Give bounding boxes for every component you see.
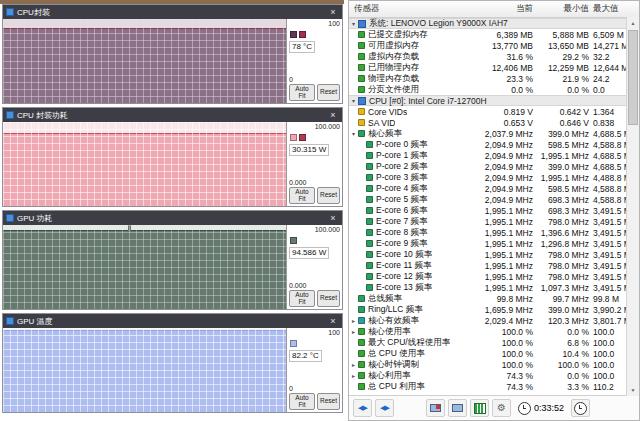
sensor-row[interactable]: E-core 10 频率1,995.1 MHz798.0 MHz3,491.5 … [349, 249, 639, 260]
expander-icon[interactable]: ▸ [349, 361, 358, 368]
value-minimum: 0.0 % [533, 371, 589, 381]
value-minimum: 5,888 MB [533, 30, 589, 40]
sensor-row[interactable]: 最大 CPU/线程使用率100.0 %6.8 %100.0 [349, 337, 639, 348]
sensor-icon [366, 174, 373, 181]
reset-button[interactable]: Reset [317, 187, 340, 204]
sensor-row[interactable]: E-core 7 频率1,995.1 MHz798.0 MHz3,491.5 M [349, 216, 639, 227]
settings-button[interactable]: ⚙ [492, 399, 511, 417]
expander-icon[interactable]: ▸ [349, 328, 358, 335]
sensor-row[interactable]: 已用物理内存12,406 MB12,259 MB12,644 M [349, 62, 639, 73]
sensor-row[interactable]: SA VID0.653 V0.646 V0.838 [349, 117, 639, 128]
sensor-row[interactable]: E-core 11 频率1,995.1 MHz798.0 MHz3,491.5 … [349, 260, 639, 271]
sensor-row[interactable]: 总 CPU 使用率100.0 %10.4 %100.0 [349, 348, 639, 359]
swap-columns-button[interactable]: ◀▶ [353, 399, 372, 417]
sensor-group-header[interactable]: ▾系统: LENOVO Legion Y9000X IAH7 [349, 18, 639, 29]
value-minimum: 0.0 % [533, 85, 589, 95]
sensor-row[interactable]: ▸核心利用率74.3 %0.0 %100.0 [349, 370, 639, 381]
sensor-icon [366, 251, 373, 258]
legend-swatches [290, 237, 340, 244]
sensor-row[interactable]: P-core 1 频率2,094.9 MHz1,995.1 MHz4,688.5… [349, 150, 639, 161]
value-minimum: 1,396.6 MHz [533, 228, 589, 238]
sensor-row[interactable]: E-core 9 频率1,995.1 MHz1,296.8 MHz3,491.5… [349, 238, 639, 249]
sensor-row[interactable]: P-core 2 频率2,094.9 MHz399.0 MHz4,688.5 M [349, 161, 639, 172]
sensor-row[interactable]: ▸核心使用率100.0 %0.0 %100.0 [349, 326, 639, 337]
collapse-icon[interactable]: ▾ [349, 20, 358, 27]
collapse-icon[interactable]: ▾ [349, 97, 358, 104]
column-header-current[interactable]: 当前 [475, 3, 533, 15]
value-current: 2,094.9 MHz [475, 162, 533, 172]
auto-fit-button[interactable]: Auto Fit [289, 84, 315, 101]
scroll-up-icon[interactable]: ▲ [627, 17, 639, 29]
sensor-row[interactable]: 虚拟内存负载31.6 %29.2 %32.2 [349, 51, 639, 62]
graph-toggle-button[interactable] [470, 399, 489, 417]
auto-fit-button[interactable]: Auto Fit [289, 393, 315, 410]
sensor-row[interactable]: P-core 5 频率2,094.9 MHz698.3 MHz4,588.8 M [349, 194, 639, 205]
sensor-icon [358, 75, 365, 82]
column-header-sensor[interactable]: 传感器 [349, 3, 475, 15]
monitor-button[interactable] [448, 399, 467, 417]
desktop: CPU封装 × 100 78 °C 0 Auto Fit Re [0, 0, 640, 421]
sensor-row[interactable]: 总 CPU 利用率74.3 %3.3 %110.2 [349, 381, 639, 392]
graph-titlebar[interactable]: CPU封装 × [3, 5, 342, 19]
reset-button[interactable]: Reset [317, 290, 340, 307]
sensor-row[interactable]: 分页文件使用0.0 %0.0 %0.0 [349, 84, 639, 95]
expander-icon[interactable]: ▾ [349, 130, 358, 137]
column-header-minimum[interactable]: 最小值 [533, 3, 589, 15]
sensor-row[interactable]: 可用虚拟内存13,770 MB13,650 MB14,271 M [349, 40, 639, 51]
graph-controls: 100 82.2 °C 0 Auto Fit Reset [287, 328, 342, 412]
sensor-row[interactable]: E-core 12 频率1,995.1 MHz798.0 MHz3,491.5 … [349, 271, 639, 282]
sensor-icon [358, 328, 365, 335]
scrollbar-thumb[interactable] [628, 30, 638, 125]
sensor-label: Core VIDs [368, 107, 407, 117]
auto-fit-button[interactable]: Auto Fit [289, 290, 315, 307]
sensor-group-header[interactable]: ▾CPU [#0]: Intel Core i7-12700H [349, 95, 639, 106]
sensor-row[interactable]: E-core 13 频率1,995.1 MHz1,097.3 MHz3,491.… [349, 282, 639, 293]
vertical-scrollbar[interactable]: ▲ ▼ [626, 17, 639, 396]
auto-fit-button[interactable]: Auto Fit [289, 187, 315, 204]
reset-button[interactable]: Reset [317, 393, 340, 410]
close-icon[interactable]: × [327, 109, 339, 121]
scale-max: 100 [289, 329, 340, 336]
current-value: 82.2 °C [289, 350, 322, 362]
cpu-chip-icon [6, 111, 14, 119]
sensor-row[interactable]: E-core 8 频率1,995.1 MHz1,396.6 MHz3,491.5… [349, 227, 639, 238]
sensor-row[interactable]: ▾核心频率2,037.9 MHz399.0 MHz4,688.5 M [349, 128, 639, 139]
value-minimum: 698.3 MHz [533, 206, 589, 216]
value-minimum: 6.8 % [533, 338, 589, 348]
sensor-row[interactable]: P-core 0 频率2,094.9 MHz598.5 MHz4,588.8 M [349, 139, 639, 150]
expander-icon[interactable]: ▸ [349, 372, 358, 379]
sensor-row[interactable]: P-core 4 频率2,094.9 MHz598.5 MHz4,588.8 M [349, 183, 639, 194]
column-header-maximum[interactable]: 最大值 [589, 3, 639, 15]
sensor-row[interactable]: E-core 6 频率1,995.1 MHz698.3 MHz3,491.5 M [349, 205, 639, 216]
value-minimum: 99.7 MHz [533, 294, 589, 304]
sensor-icon [366, 284, 373, 291]
swap-order-button[interactable]: ◀▶ [375, 399, 394, 417]
graph-titlebar[interactable]: CPU 封装功耗 × [3, 108, 342, 122]
sensor-row[interactable]: ▸核心有效频率2,029.4 MHz120.3 MHz3,801.7 M [349, 315, 639, 326]
sensor-row[interactable]: ▸核心时钟调制100.0 %100.0 %100.0 [349, 359, 639, 370]
graph-titlebar[interactable]: GPU 功耗 × [3, 211, 342, 225]
logging-button[interactable] [426, 399, 445, 417]
clock-icon [518, 402, 531, 415]
scroll-down-icon[interactable]: ▼ [627, 384, 639, 396]
legend-swatch [299, 134, 306, 141]
sensor-row[interactable]: Ring/LLC 频率1,695.9 MHz399.0 MHz3,990.2 M [349, 304, 639, 315]
expander-icon[interactable]: ▸ [349, 317, 358, 324]
close-icon[interactable]: × [327, 6, 339, 18]
value-minimum: 399.0 MHz [533, 162, 589, 172]
reset-button[interactable]: Reset [317, 84, 340, 101]
sensor-toolbar: ◀▶ ◀▶ ⚙ 0:33:52 [349, 395, 639, 420]
sensor-row[interactable]: P-core 3 频率2,094.9 MHz1,995.1 MHz4,488.8… [349, 172, 639, 183]
graph-grid [3, 19, 286, 103]
sensor-label-cell: SA VID [349, 118, 475, 128]
value-minimum: 798.0 MHz [533, 217, 589, 227]
sensor-row[interactable]: 物理内存负载23.3 %21.9 %24.2 [349, 73, 639, 84]
value-minimum: 29.2 % [533, 52, 589, 62]
close-icon[interactable]: × [327, 315, 339, 327]
graph-titlebar[interactable]: GPU 温度 × [3, 314, 342, 328]
sensor-row[interactable]: 已提交虚拟内存6,389 MB5,888 MB6,509 M [349, 29, 639, 40]
sensor-row[interactable]: 总线频率99.8 MHz99.7 MHz99.8 M [349, 293, 639, 304]
clock-button[interactable] [571, 399, 590, 417]
sensor-row[interactable]: Core VIDs0.819 V0.642 V1.364 [349, 106, 639, 117]
close-icon[interactable]: × [327, 212, 339, 224]
